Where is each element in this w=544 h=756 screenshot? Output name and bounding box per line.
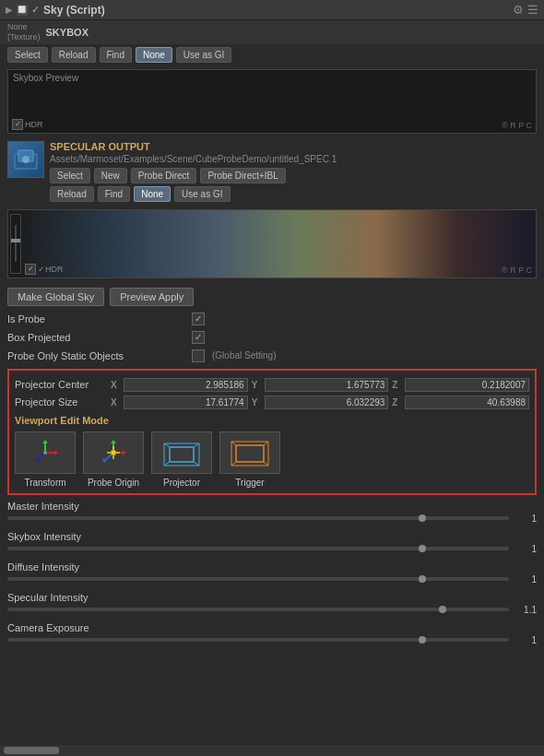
find-button[interactable]: Find — [100, 47, 132, 63]
size-z-val[interactable]: 40.63988 — [405, 396, 529, 409]
intensity-label-1: Skybox Intensity — [7, 531, 537, 542]
svg-line-33 — [231, 462, 236, 466]
use-as-gi-button[interactable]: Use as GI — [176, 47, 231, 63]
svg-point-16 — [111, 450, 116, 455]
probe-direct-ibl-button[interactable]: Probe Direct+IBL — [200, 168, 285, 183]
trigger-svg — [227, 436, 273, 469]
box-projected-row: Box Projected ✓ — [0, 328, 544, 347]
center-x-axis: X — [111, 380, 122, 390]
bottom-scrollbar[interactable] — [0, 745, 544, 756]
intensity-row-4: Camera Exposure 1 — [7, 622, 537, 645]
projector-center-y: Y 1.675773 — [252, 378, 389, 392]
is-probe-checkbox[interactable]: ✓ — [192, 313, 205, 325]
size-x-val[interactable]: 17.61774 — [124, 396, 248, 409]
intensity-slider-row-0: 1 — [7, 514, 537, 524]
projector-icon-item[interactable]: Projector — [151, 431, 212, 488]
camera-exposure-track[interactable] — [7, 638, 509, 642]
sky-type-label: None (Texture) — [7, 22, 41, 42]
svg-point-9 — [43, 451, 47, 455]
select-button[interactable]: Select — [7, 47, 48, 63]
specular-toolbar1: Select New Probe Direct Probe Direct+IBL — [50, 168, 537, 183]
specular-reload-button[interactable]: Reload — [50, 186, 94, 202]
specular-none-button[interactable]: None — [134, 186, 171, 202]
master-intensity-track[interactable] — [7, 516, 509, 520]
spec-slider-track — [15, 225, 17, 262]
is-probe-row: Is Probe ✓ — [0, 310, 544, 328]
projector-size-y: Y 6.032293 — [252, 396, 389, 409]
main-panel: ▶ 🔲 ✓ Sky (Script) ⚙ ☰ None (Texture) SK… — [0, 0, 544, 756]
make-global-sky-button[interactable]: Make Global Sky — [7, 288, 104, 306]
skybox-preview-label: Skybox Preview — [13, 73, 78, 83]
box-projected-label: Box Projected — [7, 332, 192, 343]
intensity-label-3: Specular Intensity — [7, 592, 537, 603]
probe-only-row: Probe Only Static Objects (Global Settin… — [0, 347, 544, 365]
trigger-label: Trigger — [235, 478, 264, 488]
gear-icon[interactable]: ⚙ — [513, 3, 524, 17]
hdr-badge[interactable]: ✓ HDR — [12, 119, 43, 130]
size-z-axis: Z — [392, 397, 403, 408]
projector-size-label: Projector Size — [15, 396, 107, 408]
specular-svg — [13, 147, 39, 172]
menu-icon[interactable]: ☰ — [527, 3, 538, 17]
spec-slider[interactable] — [10, 214, 21, 274]
intensity-row-2: Diffuse Intensity 1 — [7, 561, 537, 585]
probe-direct-button[interactable]: Probe Direct — [131, 168, 197, 183]
transform-svg — [22, 436, 68, 469]
none-button[interactable]: None — [136, 47, 172, 63]
center-y-axis: Y — [252, 380, 263, 390]
specular-section: SPECULAR OUTPUT Assets/Marmoset/Examples… — [0, 137, 544, 206]
transform-icon-box — [15, 431, 76, 474]
specular-find-button[interactable]: Find — [98, 186, 130, 202]
svg-marker-4 — [42, 440, 48, 443]
center-z-val[interactable]: 0.2182007 — [405, 378, 529, 392]
probe-origin-label: Probe Origin — [88, 478, 139, 488]
specular-new-button[interactable]: New — [94, 168, 127, 183]
checkbox-icon[interactable]: ✓ — [31, 4, 40, 16]
expand-icon[interactable]: ▶ — [6, 5, 13, 15]
sky-row: None (Texture) SKYBOX — [0, 20, 544, 44]
center-z-axis: Z — [392, 380, 403, 390]
skybox-intensity-value: 1 — [514, 544, 537, 554]
probe-only-label: Probe Only Static Objects — [7, 350, 192, 361]
reload-button[interactable]: Reload — [52, 47, 96, 63]
size-y-axis: Y — [252, 397, 263, 408]
specular-info: SPECULAR OUTPUT Assets/Marmoset/Examples… — [50, 141, 537, 202]
svg-line-23 — [194, 443, 199, 447]
center-x-val[interactable]: 2.985186 — [124, 378, 248, 392]
camera-exposure-thumb — [419, 636, 426, 644]
intensity-label-0: Master Intensity — [7, 501, 537, 512]
diffuse-intensity-value: 1 — [514, 574, 537, 585]
box-projected-checkbox[interactable]: ✓ — [192, 331, 205, 344]
svg-line-32 — [264, 442, 268, 445]
center-y-val[interactable]: 1.675773 — [265, 378, 389, 392]
size-y-val[interactable]: 6.032293 — [265, 396, 389, 409]
size-x-axis: X — [111, 397, 122, 408]
specular-intensity-track[interactable] — [7, 608, 509, 611]
trigger-icon-item[interactable]: Trigger — [219, 431, 280, 488]
toolbar1: Select Reload Find None Use as GI — [0, 44, 544, 65]
red-border-section: Projector Center X 2.985186 Y 1.675773 Z… — [7, 369, 537, 495]
specular-toolbar2: Reload Find None Use as GI — [50, 186, 537, 202]
projector-center-x: X 2.985186 — [111, 378, 248, 392]
skybox-intensity-track[interactable] — [7, 547, 509, 550]
intensity-label-4: Camera Exposure — [7, 622, 537, 633]
transform-icon-item[interactable]: Transform — [15, 431, 76, 488]
diffuse-intensity-track[interactable] — [7, 577, 509, 581]
preview-apply-button[interactable]: Preview Apply — [110, 288, 194, 306]
probe-only-checkbox[interactable] — [192, 349, 205, 362]
global-setting: (Global Setting) — [212, 350, 276, 360]
header-title: Sky (Script) — [43, 4, 105, 17]
projector-label: Projector — [163, 478, 200, 488]
specular-row: SPECULAR OUTPUT Assets/Marmoset/Examples… — [7, 141, 537, 202]
specular-use-as-gi-button[interactable]: Use as GI — [174, 186, 230, 202]
svg-rect-30 — [236, 445, 264, 462]
projector-svg — [159, 436, 205, 469]
intensity-row-1: Skybox Intensity 1 — [7, 531, 537, 554]
intensity-slider-row-1: 1 — [7, 544, 537, 554]
spec-slider-thumb — [11, 239, 20, 242]
probe-origin-icon-item[interactable]: Probe Origin — [83, 431, 144, 488]
sky-value: SKYBOX — [46, 27, 89, 38]
specular-path: Assets/Marmoset/Examples/Scene/CubeProbe… — [50, 154, 537, 164]
specular-select-button[interactable]: Select — [50, 168, 90, 183]
svg-point-2 — [22, 156, 30, 163]
